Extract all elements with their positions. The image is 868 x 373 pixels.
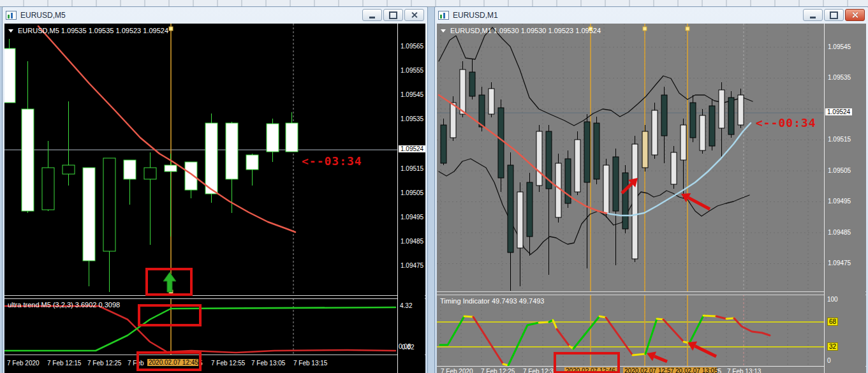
- panel-separator[interactable]: [4, 295, 425, 299]
- time-highlight-label: 2020.02.07 12:57: [623, 367, 675, 373]
- chart-window-m1[interactable]: EURUSD,M1 EURUSD,M1 1.09530 1.09530 1.09…: [434, 6, 868, 373]
- price-tick-label: 1.09485: [401, 238, 423, 245]
- price-tick-label: 1.09475: [401, 262, 423, 269]
- oscillator-segment: [573, 316, 600, 349]
- oscillator-segment: [557, 329, 570, 346]
- oscillator-segment: [689, 316, 703, 343]
- ohlc-header: EURUSD,M1 1.09530 1.09530 1.09523 1.0952…: [441, 27, 601, 34]
- minimize-icon: [369, 17, 375, 18]
- close-icon: [851, 11, 858, 18]
- oscillator-segment: [606, 318, 633, 355]
- candle-body: [42, 168, 54, 210]
- indicator-level-label: 100: [827, 296, 838, 303]
- candle-body: [527, 182, 533, 237]
- candle-body: [632, 144, 638, 259]
- time-axis[interactable]: 7 Feb 20207 Feb 12:157 Feb 12:257 Feb57 …: [4, 355, 425, 373]
- candle-body: [652, 110, 658, 155]
- candle-body: [536, 131, 542, 186]
- oscillator-segment: [645, 319, 657, 354]
- oscillator-segment: [703, 316, 716, 316]
- restore-button[interactable]: [383, 9, 403, 21]
- price-chart-canvas[interactable]: [437, 24, 824, 291]
- oscillator-segment: [508, 323, 539, 365]
- candle-body: [508, 165, 513, 252]
- indicator-level-label: 0: [827, 357, 831, 364]
- close-button[interactable]: [404, 9, 424, 21]
- chart-window-m5[interactable]: EURUSD,M5 EURUSD,M5 1.09535 1.09535 1.09…: [2, 6, 428, 373]
- panel-separator[interactable]: [437, 291, 866, 295]
- candle-body: [286, 123, 298, 152]
- ohlc-text: EURUSD,M5 1.09535 1.09535 1.09523 1.0952…: [18, 27, 168, 34]
- dropdown-icon[interactable]: [441, 29, 446, 33]
- candle-body: [63, 165, 75, 174]
- red-arrow-shaft: [654, 356, 667, 362]
- candle-body: [709, 106, 715, 146]
- candle-body: [555, 163, 561, 217]
- vline-marker: [643, 27, 647, 31]
- candle-body: [460, 69, 466, 114]
- candle-body: [661, 95, 667, 136]
- candle-body: [246, 155, 258, 170]
- price-tick-label: 1.09495: [401, 214, 423, 221]
- candle-body: [479, 95, 485, 127]
- candle-body: [469, 72, 475, 96]
- chart-window-icon: [438, 11, 449, 20]
- minimize-button[interactable]: [362, 9, 382, 21]
- annotation-rectangle: [145, 268, 193, 296]
- price-tick-label: 1.09505: [401, 189, 423, 196]
- restore-button[interactable]: [824, 9, 844, 21]
- dropdown-icon[interactable]: [8, 29, 13, 33]
- time-tick-label: 7 Feb 13:13: [727, 368, 761, 373]
- time-tick-label: 7 Feb 12:25: [481, 368, 515, 373]
- price-scale[interactable]: 1.095451.095351.095151.095051.094951.094…: [824, 24, 865, 373]
- minimize-button[interactable]: [803, 9, 823, 21]
- candle-body: [441, 125, 446, 163]
- price-scale[interactable]: 4.32 0.08 0.02 1.095651.095551.095451.09…: [397, 24, 425, 373]
- minimize-icon: [810, 17, 816, 18]
- close-button[interactable]: [845, 9, 865, 21]
- oscillator-segment: [600, 316, 606, 318]
- titlebar-m1[interactable]: EURUSD,M1: [435, 7, 868, 23]
- price-tick-label: 1.09505: [828, 167, 851, 174]
- indicator-label: Timing Indicator 49.7493 49.7493: [440, 297, 544, 305]
- candle-body: [575, 140, 580, 192]
- annotation-rectangle: [554, 352, 620, 373]
- window-title: EURUSD,M5: [20, 11, 66, 20]
- candle-body: [690, 103, 696, 138]
- candle-body: [83, 168, 95, 261]
- candle-body: [603, 165, 609, 214]
- price-tick-label: 1.09565: [401, 43, 423, 50]
- titlebar-m5[interactable]: EURUSD,M5: [3, 7, 427, 23]
- chart-area-m5[interactable]: EURUSD,M5 1.09535 1.09535 1.09523 1.0952…: [4, 24, 425, 373]
- price-tick-label: 1.09475: [828, 260, 851, 267]
- ohlc-header: EURUSD,M5 1.09535 1.09535 1.09523 1.0952…: [8, 27, 168, 34]
- time-tick-label: 7 Feb 12:25: [87, 360, 121, 367]
- indicator-label: ultra trend M5 (3,2,3) 3.6902 0.3098: [8, 301, 120, 309]
- chart-area-m1[interactable]: EURUSD,M1 1.09530 1.09530 1.09523 1.0952…: [437, 24, 866, 373]
- oscillator-segment: [440, 316, 464, 345]
- candle-body: [738, 95, 744, 125]
- candle-body: [226, 123, 238, 179]
- oscillator-segment: [726, 318, 734, 319]
- oscillator-segment: [657, 319, 663, 319]
- candle-body: [124, 160, 136, 179]
- price-tick-label: 1.09555: [401, 67, 423, 74]
- price-tick-label: 1.09535: [401, 115, 423, 122]
- candle-body: [4, 48, 15, 103]
- time-axis[interactable]: 7 Feb 20207 Feb 12:257 Feb 12:3057 Feb 1…: [437, 366, 866, 373]
- candle-body: [680, 125, 686, 160]
- candle-body: [185, 162, 197, 190]
- candle-body: [719, 90, 725, 128]
- indicator-canvas[interactable]: [437, 295, 824, 366]
- chart-window-icon: [6, 11, 17, 20]
- current-price-box: 1.09524: [399, 145, 425, 152]
- candle-body: [22, 109, 34, 211]
- oscillator-segment: [663, 319, 684, 342]
- candle-body: [498, 108, 504, 178]
- indicator-scale-min2: 0.02: [402, 344, 414, 351]
- indicator-level-label: 32: [827, 342, 838, 351]
- annotation-text: <--00:34: [756, 116, 816, 129]
- annotation-rectangle: [138, 304, 202, 326]
- candle-body: [642, 131, 648, 168]
- candle-body: [700, 115, 705, 150]
